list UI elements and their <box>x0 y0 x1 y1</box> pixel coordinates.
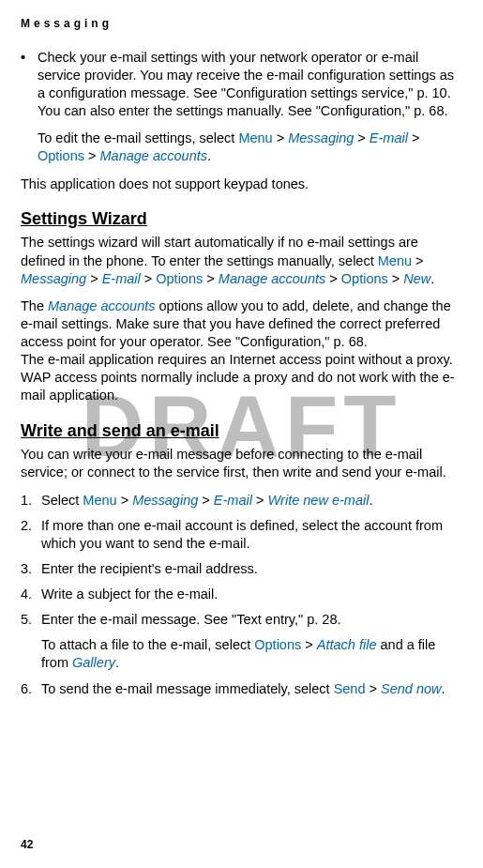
attach-file-link: Attach file <box>317 637 377 652</box>
text: . <box>207 148 211 163</box>
text: . <box>115 655 119 670</box>
list-number: 2. <box>21 517 41 553</box>
gallery-link: Gallery <box>72 655 115 670</box>
list-number: 1. <box>21 492 41 510</box>
page-number: 42 <box>21 838 33 851</box>
text: > <box>273 130 289 145</box>
manage-accounts-link: Manage accounts <box>48 298 155 313</box>
options-link: Options <box>156 271 203 286</box>
text: > <box>117 493 133 508</box>
menu-link: Menu <box>83 493 116 508</box>
list-number: 3. <box>21 560 41 578</box>
text: > <box>84 148 100 163</box>
list-body: If more than one e-mail account is defin… <box>41 517 462 553</box>
text: > <box>203 271 219 286</box>
text: > <box>366 681 382 696</box>
text: To edit the e-mail settings, select <box>38 130 238 145</box>
list-body: Enter the e-mail message. See "Text entr… <box>41 611 462 629</box>
text: . <box>369 493 372 508</box>
text: > <box>388 271 404 286</box>
write-new-email-link: Write new e-mail <box>267 493 369 508</box>
options-link: Options <box>254 637 301 652</box>
text: > <box>86 271 102 286</box>
write-send-heading: Write and send an e-mail <box>21 420 462 443</box>
text: To attach a file to the e-mail, select <box>41 637 254 652</box>
no-keypad-text: This application does not support keypad… <box>21 175 462 193</box>
messaging-link: Messaging <box>21 271 86 286</box>
messaging-link: Messaging <box>132 493 198 508</box>
bullet-item: • Check your e-mail settings with your n… <box>21 49 462 121</box>
attach-file-paragraph: To attach a file to the e-mail, select O… <box>21 636 462 672</box>
list-item: 4. Write a subject for the e-mail. <box>21 586 462 603</box>
list-item: 2. If more than one e-mail account is de… <box>21 517 462 553</box>
list-number: 5. <box>21 611 41 629</box>
messaging-link: Messaging <box>288 130 354 145</box>
wizard-paragraph-3: The e-mail application requires an Inter… <box>21 351 462 404</box>
manage-accounts-link: Manage accounts <box>219 271 325 286</box>
text: > <box>198 493 214 508</box>
list-body: Write a subject for the e-mail. <box>41 586 462 603</box>
wizard-paragraph-1: The settings wizard will start automatic… <box>21 234 462 287</box>
menu-link: Menu <box>378 253 412 268</box>
bullet-text: Check your e-mail settings with your net… <box>38 49 462 121</box>
list-body: To send the e-mail message immediately, … <box>41 680 462 698</box>
list-number: 6. <box>21 680 41 698</box>
text: > <box>325 271 341 286</box>
text: The settings wizard will start automatic… <box>21 235 418 267</box>
bullet-marker: • <box>21 49 38 121</box>
wizard-paragraph-2: The Manage accounts options allow you to… <box>21 297 462 351</box>
text: . <box>430 271 434 286</box>
options-link: Options <box>38 148 84 163</box>
manage-accounts-link: Manage accounts <box>100 148 207 163</box>
send-link: Send <box>334 681 366 696</box>
running-header: Messaging <box>21 17 462 32</box>
new-link: New <box>403 271 430 286</box>
list-body: Select Menu > Messaging > E-mail > Write… <box>41 492 462 510</box>
list-item: 3. Enter the recipient's e-mail address. <box>21 560 462 578</box>
text: > <box>301 637 317 652</box>
text: > <box>412 253 424 268</box>
list-item: 5. Enter the e-mail message. See "Text e… <box>21 611 462 629</box>
page-content: Messaging • Check your e-mail settings w… <box>21 17 462 698</box>
list-body: Enter the recipient's e-mail address. <box>41 560 462 578</box>
send-now-link: Send now <box>381 681 442 696</box>
text: The <box>21 298 48 313</box>
email-link: E-mail <box>102 271 141 286</box>
list-item: 1. Select Menu > Messaging > E-mail > Wr… <box>21 492 462 510</box>
write-intro: You can write your e-mail message before… <box>21 446 462 481</box>
text: > <box>141 271 157 286</box>
text: > <box>408 130 420 145</box>
text: > <box>354 130 370 145</box>
text: Select <box>41 493 83 508</box>
edit-settings-paragraph: To edit the e-mail settings, select Menu… <box>21 129 462 165</box>
text: > <box>252 493 268 508</box>
email-link: E-mail <box>214 493 252 508</box>
list-item: 6. To send the e-mail message immediatel… <box>21 680 462 698</box>
email-link: E-mail <box>370 130 408 145</box>
list-number: 4. <box>21 586 41 603</box>
text: To send the e-mail message immediately, … <box>41 681 334 696</box>
settings-wizard-heading: Settings Wizard <box>21 208 462 231</box>
options-link: Options <box>341 271 388 286</box>
menu-link: Menu <box>238 130 272 145</box>
text: . <box>442 681 445 696</box>
